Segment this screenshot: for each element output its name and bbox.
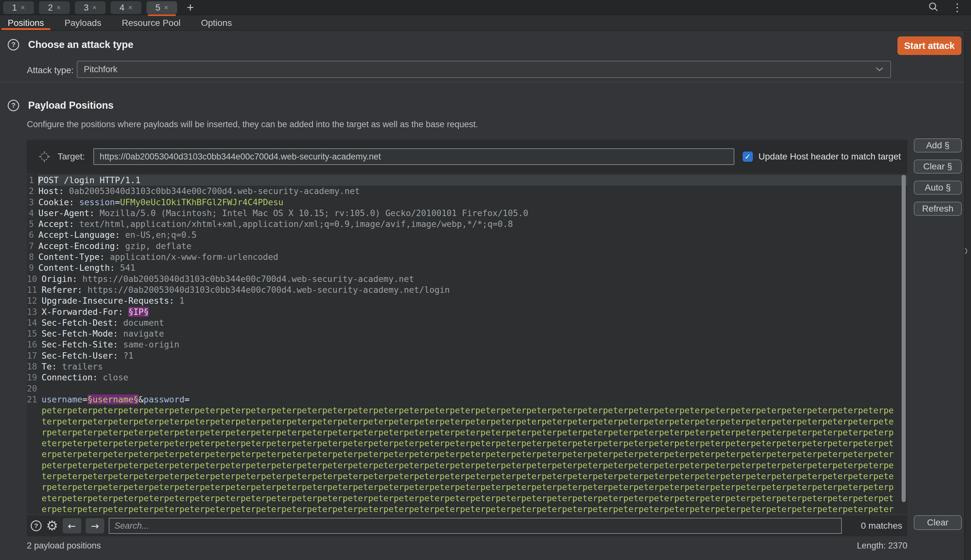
new-tab-button[interactable]: + — [187, 1, 194, 14]
check-icon: ✓ — [745, 152, 750, 161]
request-line[interactable]: 2Host: 0ab20053040d3103c0bb344e00c700d4.… — [27, 186, 907, 197]
request-length: Length: 2370 — [857, 541, 907, 551]
request-line[interactable]: 6Accept-Language: en-US,en;q=0.5 — [27, 230, 907, 240]
request-line[interactable]: 13X-Forwarded-For: §IP§ — [27, 307, 907, 317]
clear-marker-button[interactable]: Clear § — [914, 160, 962, 173]
line-number: 12 — [27, 295, 42, 306]
update-host-checkbox[interactable]: ✓ — [743, 152, 753, 162]
tab-positions[interactable]: Positions — [1, 16, 50, 30]
window-tab-3[interactable]: 3 × — [75, 1, 105, 14]
search-input[interactable] — [109, 518, 842, 534]
attack-type-heading: Choose an attack type — [28, 39, 134, 50]
window-tab-1[interactable]: 1 × — [3, 1, 34, 14]
request-line[interactable]: 7Accept-Encoding: gzip, deflate — [27, 241, 907, 252]
auto-marker-button[interactable]: Auto § — [914, 181, 962, 195]
request-line[interactable]: 14Sec-Fetch-Dest: document — [27, 317, 907, 328]
request-line[interactable]: 4User-Agent: Mozilla/5.0 (Macintosh; Int… — [27, 208, 907, 218]
window-tabs: 1 × 2 × 3 × 4 × 5 × + — [0, 0, 194, 15]
request-line[interactable]: 5Accept: text/html,application/xhtml+xml… — [27, 218, 907, 230]
help-icon[interactable]: ? — [31, 520, 42, 531]
target-bar: Target: ✓ Update Host header to match ta… — [27, 140, 907, 173]
window-tab-5[interactable]: 5 × — [147, 1, 177, 14]
line-number: 15 — [27, 328, 42, 339]
line-number: 20 — [27, 383, 42, 394]
chevron-down-icon — [875, 67, 884, 72]
window-tab-label: 5 — [155, 3, 160, 13]
line-number: 9 — [27, 262, 38, 273]
payload-positions-heading: Payload Positions — [28, 100, 114, 111]
tab-options[interactable]: Options — [194, 16, 238, 30]
request-line[interactable]: 11Referer: https://0ab20053040d3103c0bb3… — [27, 285, 907, 295]
request-line[interactable]: 18Te: trailers — [27, 361, 907, 372]
payload-positions-description: Configure the positions where payloads w… — [27, 120, 478, 130]
clear-search-button[interactable]: Clear — [914, 515, 962, 530]
line-number: 8 — [27, 252, 38, 262]
line-number: 21 — [27, 394, 42, 514]
close-icon[interactable]: × — [57, 3, 61, 12]
refresh-button[interactable]: Refresh — [914, 202, 962, 216]
line-number: 1 — [27, 175, 38, 186]
line-number: 6 — [27, 230, 38, 240]
tab-resource-pool[interactable]: Resource Pool — [115, 16, 187, 30]
kebab-menu-icon[interactable]: ⋮ — [952, 1, 963, 14]
help-icon[interactable]: ? — [8, 39, 19, 50]
request-line[interactable]: 15Sec-Fetch-Mode: navigate — [27, 328, 907, 339]
target-label: Target: — [58, 152, 85, 162]
close-icon[interactable]: × — [92, 3, 97, 12]
section-divider — [0, 82, 971, 82]
add-marker-button[interactable]: Add § — [914, 138, 962, 152]
request-line[interactable]: 1POST /login HTTP/1.1 — [27, 175, 907, 186]
next-match-button[interactable]: → — [86, 518, 104, 533]
window-tab-label: 4 — [120, 3, 124, 13]
help-icon[interactable]: ? — [8, 100, 19, 111]
window-tab-bar: 1 × 2 × 3 × 4 × 5 × + ⋮ — [0, 0, 971, 15]
window-tab-label: 2 — [48, 3, 53, 13]
line-number: 19 — [27, 372, 42, 383]
request-line[interactable]: 17Sec-Fetch-User: ?1 — [27, 350, 907, 361]
request-line[interactable]: 21username=§username§&password=peterpete… — [27, 394, 907, 514]
close-icon[interactable]: × — [21, 3, 25, 12]
window-tab-label: 1 — [12, 3, 17, 13]
request-line[interactable]: 3Cookie: session=UFMy0eUc1OkiTKhBFGl2FWJ… — [27, 197, 907, 208]
attack-type-select[interactable]: Pitchfork — [77, 61, 891, 78]
request-line[interactable]: 9Content-Length: 541 — [27, 262, 907, 273]
line-number: 11 — [27, 285, 42, 295]
gear-icon[interactable]: ⚙ — [46, 519, 58, 533]
line-number: 5 — [27, 218, 38, 230]
line-number: 10 — [27, 273, 42, 285]
line-number: 13 — [27, 307, 42, 317]
editor-search-bar: ? ⚙ ← → 0 matches — [27, 515, 907, 537]
request-line[interactable]: 20 — [27, 383, 907, 394]
request-line[interactable]: 12Upgrade-Insecure-Requests: 1 — [27, 295, 907, 306]
request-editor[interactable]: 1POST /login HTTP/1.12Host: 0ab20053040d… — [27, 174, 907, 514]
request-line[interactable]: 10Origin: https://0ab20053040d3103c0bb34… — [27, 273, 907, 285]
payload-position-count: 2 payload positions — [27, 541, 101, 551]
window-tab-2[interactable]: 2 × — [39, 1, 70, 14]
line-number: 4 — [27, 208, 38, 218]
attack-type-value: Pitchfork — [84, 65, 117, 75]
line-number: 3 — [27, 197, 38, 208]
editor-scrollbar[interactable] — [902, 175, 906, 502]
close-icon[interactable]: × — [164, 3, 168, 12]
collapsed-panel-edge[interactable]: D — [964, 31, 971, 560]
line-number: 17 — [27, 350, 42, 361]
search-icon[interactable] — [928, 2, 939, 13]
start-attack-button[interactable]: Start attack — [897, 37, 961, 55]
previous-match-button[interactable]: ← — [63, 518, 81, 533]
close-icon[interactable]: × — [128, 3, 132, 12]
request-line[interactable]: 8Content-Type: application/x-www-form-ur… — [27, 252, 907, 262]
intruder-tab-bar: Positions Payloads Resource Pool Options — [0, 16, 971, 31]
line-number: 18 — [27, 361, 42, 372]
line-number: 14 — [27, 317, 42, 328]
request-line[interactable]: 19Connection: close — [27, 372, 907, 383]
window-tab-4[interactable]: 4 × — [111, 1, 141, 14]
match-count: 0 matches — [861, 521, 902, 531]
collapsed-panel-glyph: D — [964, 246, 968, 257]
tab-payloads[interactable]: Payloads — [58, 16, 108, 30]
line-number: 2 — [27, 186, 38, 197]
target-icon — [38, 150, 50, 163]
update-host-label: Update Host header to match target — [759, 152, 901, 162]
request-line[interactable]: 16Sec-Fetch-Site: same-origin — [27, 339, 907, 350]
line-number: 7 — [27, 241, 38, 252]
target-url-input[interactable] — [94, 148, 734, 165]
